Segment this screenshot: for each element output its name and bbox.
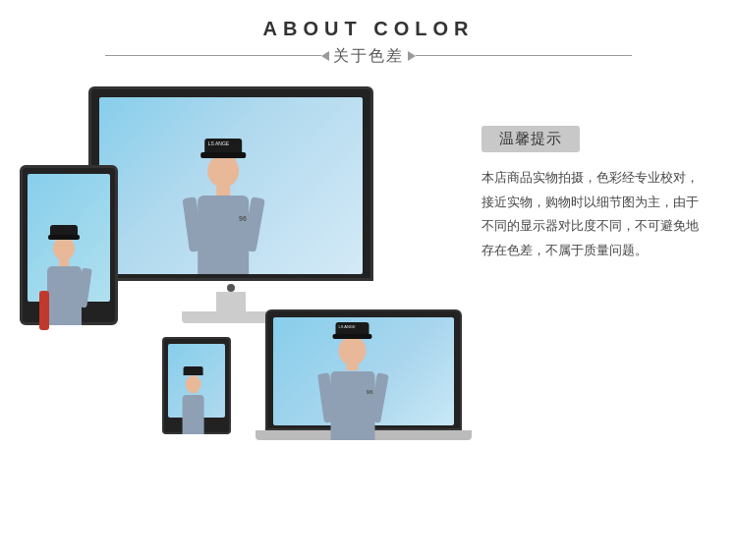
info-badge: 温馨提示 — [482, 126, 580, 152]
laptop-frame: LS ANGE 96 — [265, 309, 462, 430]
tablet-person-head — [53, 237, 75, 260]
phone-person-torso — [182, 395, 203, 418]
monitor-person-arm-left — [182, 196, 203, 252]
divider-line-right — [416, 55, 632, 56]
laptop-person-hatbrim — [333, 334, 372, 339]
laptop-screen: LS ANGE 96 — [273, 317, 454, 425]
tablet-person-neck — [59, 259, 69, 266]
laptop-person-arm-right — [368, 372, 389, 422]
page-title: ABOUT COLOR — [0, 18, 737, 40]
laptop-device: LS ANGE 96 — [265, 309, 462, 440]
laptop-person-arm-left — [317, 372, 336, 422]
monitor-neck — [216, 292, 246, 311]
devices-section: LS ANGE 96 — [20, 86, 462, 499]
monitor-person-torso: LS ANGE 96 — [198, 196, 249, 274]
main-content: LS ANGE 96 — [0, 77, 737, 499]
info-text: 本店商品实物拍摄，色彩经专业校对，接近实物，购物时以细节图为主，由于不同的显示器… — [482, 166, 708, 263]
info-panel: 温馨提示 本店商品实物拍摄，色彩经专业校对，接近实物，购物时以细节图为主，由于不… — [462, 86, 708, 263]
page-subtitle: 关于色差 — [333, 46, 404, 67]
phone-device — [162, 337, 231, 434]
phone-person-head — [185, 375, 200, 393]
divider-line-left — [105, 55, 321, 56]
tablet-person-pants — [39, 291, 49, 302]
tablet-person-arm-right — [77, 267, 91, 302]
phone-screen — [168, 344, 225, 418]
page-header: ABOUT COLOR 关于色差 — [0, 0, 737, 67]
divider-arrow-right-icon — [408, 51, 416, 61]
laptop-person-head — [339, 336, 367, 365]
monitor-power-dot — [227, 284, 235, 292]
tablet-person-hatbrim — [48, 235, 80, 240]
tablet-person-torso — [47, 266, 82, 302]
subtitle-row: 关于色差 — [333, 46, 404, 67]
monitor-device: LS ANGE 96 — [88, 86, 373, 323]
phone-frame — [162, 337, 231, 434]
monitor-person-arm-right — [242, 196, 264, 252]
tablet-device — [20, 165, 118, 325]
tablet-screen — [28, 174, 110, 302]
monitor-person-hatbrim — [200, 152, 246, 158]
laptop-person-torso: LS ANGE 96 — [331, 371, 375, 425]
monitor-screen: LS ANGE 96 — [99, 97, 363, 274]
tablet-frame — [20, 165, 118, 325]
monitor-frame: LS ANGE 96 — [88, 86, 373, 281]
monitor-person-head — [207, 154, 239, 188]
phone-person-hat — [183, 366, 202, 375]
header-divider: 关于色差 — [0, 44, 737, 67]
divider-arrow-left-icon — [321, 51, 329, 61]
